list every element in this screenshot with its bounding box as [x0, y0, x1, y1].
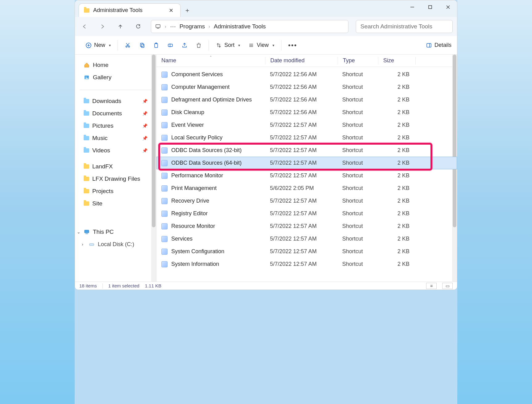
file-rows: Component Services5/7/2022 12:56 AMShort… [156, 67, 457, 270]
file-type: Shortcut [337, 248, 377, 255]
file-row[interactable]: Resource Monitor5/7/2022 12:57 AMShortcu… [156, 220, 457, 233]
file-type: Shortcut [337, 71, 377, 78]
folder-icon [84, 111, 89, 116]
column-type[interactable]: Type [338, 57, 378, 64]
sidebar-this-pc[interactable]: ⌄ This PC [75, 226, 156, 238]
delete-button[interactable] [196, 40, 202, 51]
paste-button[interactable] [153, 40, 159, 51]
sidebar-item-label: Home [93, 62, 109, 68]
view-details-button[interactable]: ≡ [426, 283, 437, 289]
file-name: Local Security Policy [171, 134, 222, 141]
new-button[interactable]: New ▾ [85, 40, 111, 51]
file-size: 2 KB [377, 185, 414, 192]
share-button[interactable] [181, 40, 188, 51]
svg-rect-28 [89, 244, 94, 245]
sidebar-item-videos[interactable]: Videos📌 [75, 144, 156, 157]
new-tab-button[interactable]: ＋ [181, 3, 194, 17]
file-row[interactable]: Local Security Policy5/7/2022 12:57 AMSh… [156, 131, 457, 144]
search-input[interactable]: Search Administrative Tools [356, 20, 453, 33]
chevron-down-icon[interactable]: ⌄ [77, 229, 81, 234]
details-panel-button[interactable]: Details [426, 40, 451, 51]
rename-button[interactable] [167, 40, 173, 51]
close-window-button[interactable] [439, 0, 457, 14]
minimize-button[interactable] [403, 0, 421, 14]
toolbar: New ▾ [75, 36, 457, 55]
close-tab-button[interactable]: ✕ [167, 7, 175, 14]
shortcut-icon [161, 147, 168, 154]
view-button[interactable]: View ▾ [248, 40, 274, 51]
file-row[interactable]: Registry Editor5/7/2022 12:57 AMShortcut… [156, 207, 457, 220]
forward-button[interactable] [97, 21, 108, 32]
sidebar-item-site[interactable]: Site [75, 197, 156, 210]
file-row[interactable]: Performance Monitor5/7/2022 12:57 AMShor… [156, 169, 457, 182]
file-row[interactable]: Disk Cleanup5/7/2022 12:56 AMShortcut2 K… [156, 106, 457, 119]
sidebar-item-label: This PC [93, 229, 114, 235]
file-date: 5/7/2022 12:57 AM [265, 172, 337, 179]
up-button[interactable] [115, 21, 126, 32]
file-row[interactable]: Defragment and Optimize Drives5/7/2022 1… [156, 93, 457, 106]
sidebar-item-landfx[interactable]: LandFX [75, 160, 156, 173]
sidebar-item-label: LFX Drawing Files [92, 175, 140, 182]
chevron-right-icon[interactable]: › [82, 242, 83, 247]
file-type: Shortcut [337, 210, 377, 217]
rename-icon [167, 42, 173, 48]
sidebar-item-downloads[interactable]: Downloads📌 [75, 95, 156, 107]
maximize-button[interactable] [421, 0, 439, 14]
file-row[interactable]: Event Viewer5/7/2022 12:57 AMShortcut2 K… [156, 119, 457, 131]
sidebar-item-gallery[interactable]: Gallery [75, 71, 156, 84]
shortcut-icon [161, 211, 168, 217]
more-button[interactable]: ••• [288, 40, 297, 51]
file-name: Disk Cleanup [171, 109, 204, 116]
file-type: Shortcut [337, 223, 377, 229]
breadcrumb-programs[interactable]: Programs [180, 23, 205, 30]
file-row[interactable]: System Configuration5/7/2022 12:57 AMSho… [156, 245, 457, 258]
address-bar[interactable]: › ⋯ Programs › Administrative Tools [151, 20, 348, 33]
file-row[interactable]: Recovery Drive5/7/2022 12:57 AMShortcut2… [156, 195, 457, 207]
file-row[interactable]: Services5/7/2022 12:57 AMShortcut2 KB [156, 233, 457, 245]
sidebar-item-pictures[interactable]: Pictures📌 [75, 120, 156, 132]
file-type: Shortcut [337, 109, 377, 116]
file-size: 2 KB [377, 71, 414, 78]
sidebar-item-projects[interactable]: Projects [75, 185, 156, 197]
sidebar-local-disk[interactable]: › Local Disk (C:) [75, 238, 156, 250]
monitor-icon [84, 229, 90, 235]
sidebar-item-documents[interactable]: Documents📌 [75, 107, 156, 120]
chevron-down-icon: ▾ [238, 43, 240, 47]
sort-button[interactable]: Sort ▾ [216, 40, 240, 51]
tab-active[interactable]: Administrative Tools ✕ [79, 3, 181, 17]
navigation-row: › ⋯ Programs › Administrative Tools Sear… [75, 17, 457, 36]
file-type: Shortcut [337, 185, 377, 192]
status-bar: 18 items 1 item selected 1.11 KB ≡ ▭ [75, 282, 457, 290]
sidebar-item-lfx-drawing-files[interactable]: LFX Drawing Files [75, 173, 156, 185]
file-size: 2 KB [377, 134, 414, 141]
column-name[interactable]: ˄ Name [156, 57, 265, 64]
view-icons-button[interactable]: ▭ [442, 283, 453, 289]
breadcrumb-ellipsis[interactable]: ⋯ [170, 23, 176, 30]
sort-indicator-icon: ˄ [210, 56, 212, 60]
file-type: Shortcut [337, 122, 377, 128]
sidebar-item-music[interactable]: Music📌 [75, 132, 156, 144]
file-row[interactable]: Computer Management5/7/2022 12:56 AMShor… [156, 81, 457, 93]
file-name: Performance Monitor [171, 172, 223, 179]
file-name: Recovery Drive [171, 198, 209, 204]
refresh-button[interactable] [133, 21, 143, 32]
file-row[interactable]: ODBC Data Sources (64-bit)5/7/2022 12:57… [156, 157, 457, 169]
file-size: 2 KB [377, 223, 414, 229]
pin-icon: 📌 [142, 123, 148, 128]
file-row[interactable]: Print Management5/6/2022 2:05 PMShortcut… [156, 182, 457, 195]
chevron-right-icon: › [165, 24, 166, 29]
cut-button[interactable] [125, 40, 131, 51]
breadcrumb-admin-tools[interactable]: Administrative Tools [214, 23, 266, 30]
column-date[interactable]: Date modified [265, 57, 338, 64]
file-row[interactable]: ODBC Data Sources (32-bit)5/7/2022 12:57… [156, 144, 457, 157]
drive-icon [89, 241, 95, 247]
copy-button[interactable] [139, 40, 145, 51]
file-row[interactable]: System Information5/7/2022 12:57 AMShort… [156, 258, 457, 270]
back-button[interactable] [79, 21, 90, 32]
sidebar-item-label: Local Disk (C:) [98, 241, 134, 248]
sidebar-item-home[interactable]: Home [75, 59, 156, 71]
file-row[interactable]: Component Services5/7/2022 12:56 AMShort… [156, 68, 457, 81]
folder-icon [84, 136, 89, 140]
file-date: 5/7/2022 12:57 AM [265, 134, 337, 141]
column-size[interactable]: Size [378, 57, 415, 64]
